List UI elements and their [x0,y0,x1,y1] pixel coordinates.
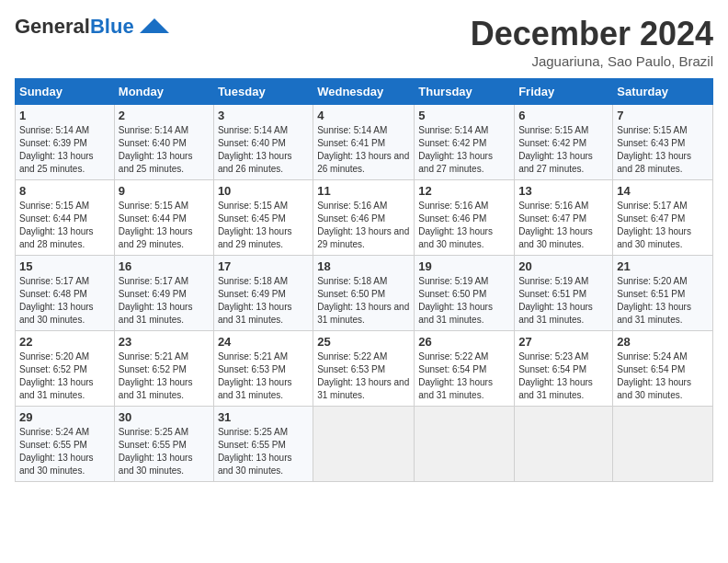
logo: GeneralBlue [15,15,171,39]
calendar-cell: 31Sunrise: 5:25 AMSunset: 6:55 PMDayligh… [213,407,313,482]
cell-info: Sunrise: 5:17 AMSunset: 6:49 PMDaylight:… [119,275,210,327]
calendar-cell: 10Sunrise: 5:15 AMSunset: 6:45 PMDayligh… [213,180,313,256]
day-number: 4 [317,109,410,122]
header-friday: Friday [515,79,613,105]
calendar-cell [313,407,415,482]
calendar-cell: 20Sunrise: 5:19 AMSunset: 6:51 PMDayligh… [515,256,613,331]
calendar-row: 8Sunrise: 5:15 AMSunset: 6:44 PMDaylight… [16,180,713,256]
cell-info: Sunrise: 5:15 AMSunset: 6:45 PMDaylight:… [218,200,309,251]
calendar-cell [515,407,613,482]
calendar-cell: 21Sunrise: 5:20 AMSunset: 6:51 PMDayligh… [613,256,713,331]
calendar-cell: 11Sunrise: 5:16 AMSunset: 6:46 PMDayligh… [313,180,415,256]
calendar-cell: 23Sunrise: 5:21 AMSunset: 6:52 PMDayligh… [114,331,213,407]
day-number: 30 [119,410,210,424]
day-number: 11 [317,184,410,198]
day-number: 2 [119,109,210,122]
day-number: 12 [418,184,510,198]
day-number: 13 [518,184,609,198]
day-number: 9 [119,184,210,198]
calendar-cell: 26Sunrise: 5:22 AMSunset: 6:54 PMDayligh… [415,331,515,407]
calendar-cell: 12Sunrise: 5:16 AMSunset: 6:46 PMDayligh… [415,180,515,256]
cell-info: Sunrise: 5:18 AMSunset: 6:50 PMDaylight:… [317,275,410,327]
cell-info: Sunrise: 5:16 AMSunset: 6:46 PMDaylight:… [418,200,510,251]
calendar-cell: 14Sunrise: 5:17 AMSunset: 6:47 PMDayligh… [613,180,713,256]
calendar-cell: 19Sunrise: 5:19 AMSunset: 6:50 PMDayligh… [415,256,515,331]
cell-info: Sunrise: 5:19 AMSunset: 6:50 PMDaylight:… [418,275,510,327]
calendar-cell: 27Sunrise: 5:23 AMSunset: 6:54 PMDayligh… [515,331,613,407]
calendar-cell: 1Sunrise: 5:14 AMSunset: 6:39 PMDaylight… [16,105,115,180]
cell-info: Sunrise: 5:22 AMSunset: 6:54 PMDaylight:… [418,350,510,402]
calendar-cell: 28Sunrise: 5:24 AMSunset: 6:54 PMDayligh… [613,331,713,407]
calendar-cell: 6Sunrise: 5:15 AMSunset: 6:42 PMDaylight… [515,105,613,180]
cell-info: Sunrise: 5:21 AMSunset: 6:53 PMDaylight:… [218,350,309,402]
calendar-cell: 15Sunrise: 5:17 AMSunset: 6:48 PMDayligh… [16,256,115,331]
day-number: 7 [617,109,709,122]
calendar-row: 22Sunrise: 5:20 AMSunset: 6:52 PMDayligh… [16,331,713,407]
cell-info: Sunrise: 5:15 AMSunset: 6:44 PMDaylight:… [19,200,110,251]
cell-info: Sunrise: 5:20 AMSunset: 6:52 PMDaylight:… [19,350,110,402]
day-number: 20 [518,259,609,273]
day-number: 15 [19,259,110,273]
day-number: 25 [317,335,410,349]
day-number: 8 [19,184,110,198]
day-number: 21 [617,259,709,273]
calendar-body: 1Sunrise: 5:14 AMSunset: 6:39 PMDaylight… [16,105,713,482]
cell-info: Sunrise: 5:17 AMSunset: 6:48 PMDaylight:… [19,275,110,327]
day-number: 19 [418,259,510,273]
calendar-cell: 16Sunrise: 5:17 AMSunset: 6:49 PMDayligh… [114,256,213,331]
cell-info: Sunrise: 5:24 AMSunset: 6:55 PMDaylight:… [19,426,110,477]
month-title: December 2024 [471,15,713,53]
day-number: 3 [218,109,309,122]
day-number: 26 [418,335,510,349]
day-number: 29 [19,410,110,424]
calendar-row: 15Sunrise: 5:17 AMSunset: 6:48 PMDayligh… [16,256,713,331]
cell-info: Sunrise: 5:14 AMSunset: 6:41 PMDaylight:… [317,124,410,176]
calendar-cell: 8Sunrise: 5:15 AMSunset: 6:44 PMDaylight… [16,180,115,256]
day-number: 27 [518,335,609,349]
cell-info: Sunrise: 5:19 AMSunset: 6:51 PMDaylight:… [518,275,609,327]
calendar-cell: 4Sunrise: 5:14 AMSunset: 6:41 PMDaylight… [313,105,415,180]
day-number: 18 [317,259,410,273]
cell-info: Sunrise: 5:14 AMSunset: 6:39 PMDaylight:… [19,124,110,176]
calendar-cell: 2Sunrise: 5:14 AMSunset: 6:40 PMDaylight… [114,105,213,180]
cell-info: Sunrise: 5:24 AMSunset: 6:54 PMDaylight:… [617,350,709,402]
header-thursday: Thursday [415,79,515,105]
cell-info: Sunrise: 5:22 AMSunset: 6:53 PMDaylight:… [317,350,410,402]
cell-info: Sunrise: 5:18 AMSunset: 6:49 PMDaylight:… [218,275,309,327]
calendar-cell [613,407,713,482]
calendar-table: Sunday Monday Tuesday Wednesday Thursday… [15,78,713,482]
header-tuesday: Tuesday [213,79,313,105]
day-number: 5 [418,109,510,122]
cell-info: Sunrise: 5:25 AMSunset: 6:55 PMDaylight:… [218,426,309,477]
title-block: December 2024 Jaguariuna, Sao Paulo, Bra… [471,15,713,69]
logo-icon [138,17,171,37]
logo-text: GeneralBlue [15,15,134,39]
cell-info: Sunrise: 5:23 AMSunset: 6:54 PMDaylight:… [518,350,609,402]
day-number: 28 [617,335,709,349]
day-number: 16 [119,259,210,273]
header-sunday: Sunday [16,79,115,105]
cell-info: Sunrise: 5:14 AMSunset: 6:42 PMDaylight:… [418,124,510,176]
cell-info: Sunrise: 5:25 AMSunset: 6:55 PMDaylight:… [119,426,210,477]
day-number: 6 [518,109,609,122]
calendar-row: 1Sunrise: 5:14 AMSunset: 6:39 PMDaylight… [16,105,713,180]
day-number: 14 [617,184,709,198]
cell-info: Sunrise: 5:15 AMSunset: 6:44 PMDaylight:… [119,200,210,251]
calendar-cell: 5Sunrise: 5:14 AMSunset: 6:42 PMDaylight… [415,105,515,180]
day-number: 1 [19,109,110,122]
cell-info: Sunrise: 5:14 AMSunset: 6:40 PMDaylight:… [218,124,309,176]
cell-info: Sunrise: 5:20 AMSunset: 6:51 PMDaylight:… [617,275,709,327]
calendar-cell: 24Sunrise: 5:21 AMSunset: 6:53 PMDayligh… [213,331,313,407]
calendar-row: 29Sunrise: 5:24 AMSunset: 6:55 PMDayligh… [16,407,713,482]
day-number: 31 [218,410,309,424]
calendar-cell: 3Sunrise: 5:14 AMSunset: 6:40 PMDaylight… [213,105,313,180]
day-number: 17 [218,259,309,273]
calendar-cell [415,407,515,482]
calendar-cell: 9Sunrise: 5:15 AMSunset: 6:44 PMDaylight… [114,180,213,256]
day-number: 23 [119,335,210,349]
header-wednesday: Wednesday [313,79,415,105]
cell-info: Sunrise: 5:21 AMSunset: 6:52 PMDaylight:… [119,350,210,402]
svg-marker-0 [140,18,169,33]
page-header: GeneralBlue December 2024 Jaguariuna, Sa… [15,15,713,69]
day-number: 10 [218,184,309,198]
